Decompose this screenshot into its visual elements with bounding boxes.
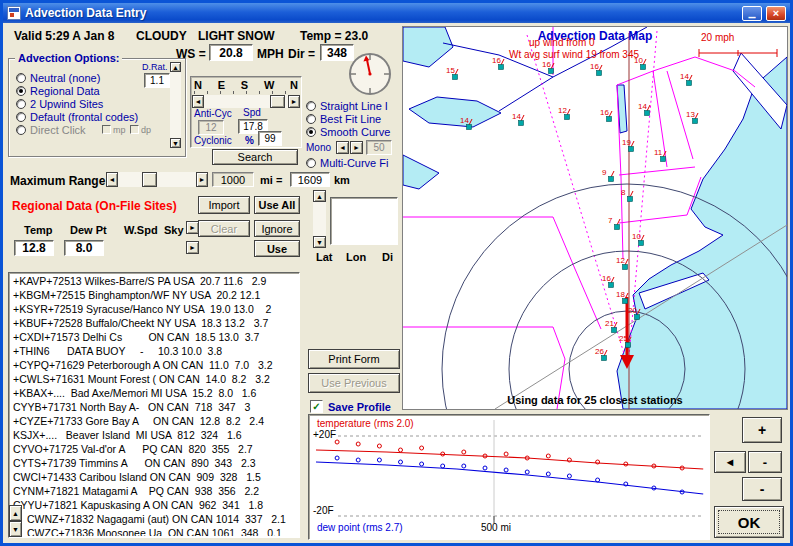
minus-mid-button[interactable]: - <box>748 451 782 473</box>
wind-tick-icon <box>604 350 607 356</box>
percent-input[interactable]: 99 <box>258 131 282 146</box>
temp-value-input[interactable]: 12.8 <box>14 240 54 256</box>
radio-best-fit-line[interactable]: Best Fit Line <box>306 112 390 125</box>
close-button[interactable]: × <box>766 6 786 21</box>
radio-icon[interactable] <box>306 114 316 124</box>
pan-left-button[interactable]: ◄ <box>714 451 746 473</box>
use-button[interactable]: Use <box>254 240 300 257</box>
wind-speed-input[interactable]: 20.8 <box>209 44 253 61</box>
zoom-out-button[interactable]: - <box>742 477 782 501</box>
radio-icon[interactable] <box>16 112 26 122</box>
scroll-track[interactable] <box>170 72 181 138</box>
scroll-right-icon[interactable]: ► <box>288 95 300 108</box>
scroll-thumb[interactable] <box>270 95 285 108</box>
middle-scrollbar[interactable]: ▲ ▼ <box>313 190 326 248</box>
radio-icon[interactable] <box>16 86 26 96</box>
station-row[interactable]: +CYZE+71733 Gore Bay A ON CAN 12.8 8.2 2… <box>10 414 298 428</box>
station-row[interactable]: CWZC+71836 Moosonee Ua ON CAN 1061 348 0… <box>10 526 298 536</box>
scroll-down-icon[interactable]: ▼ <box>9 521 22 537</box>
station-row[interactable]: +CXDI+71573 Delhi Cs ON CAN 18.5 13.0 3.… <box>10 330 298 344</box>
scroll-up-icon[interactable]: ▲ <box>170 62 181 72</box>
radio-2-upwind-sites[interactable]: 2 Upwind Sites <box>16 97 138 110</box>
mp-checkbox[interactable] <box>102 125 111 134</box>
radio-label: Best Fit Line <box>320 113 381 125</box>
use-arrow-icon[interactable]: ► <box>186 241 199 254</box>
d-rat-input[interactable]: 1.1 <box>144 73 170 88</box>
d-rat-scrollbar[interactable]: ▲ ▼ <box>170 62 181 148</box>
station-row[interactable]: CWNZ+71832 Nagagami (aut) ON CAN 1014 33… <box>10 512 298 526</box>
clear-button[interactable]: Clear <box>198 220 250 237</box>
mp-label: mp <box>113 125 126 135</box>
station-row[interactable]: +KBGM+72515 Binghampton/WF NY USA 20.2 1… <box>10 288 298 302</box>
radio-icon[interactable] <box>306 158 316 168</box>
station-row[interactable]: +KSYR+72519 Syracuse/Hanco NY USA 19.0 1… <box>10 302 298 316</box>
dp-checkbox[interactable] <box>130 125 139 134</box>
station-row[interactable]: +CYPQ+71629 Peterborough A ON CAN 11.0 7… <box>10 358 298 372</box>
scroll-right-icon[interactable]: ► <box>196 172 208 187</box>
station-row[interactable]: KSJX+.... Beaver Island MI USA 812 324 1… <box>10 428 298 442</box>
minimize-button[interactable]: ▁ <box>742 6 762 21</box>
station-temp-label: 16 <box>600 108 609 117</box>
station-row[interactable]: CYNM+71821 Matagami A PQ CAN 938 356 2.2 <box>10 484 298 498</box>
radio-regional-data[interactable]: Regional Data <box>16 84 138 97</box>
station-row[interactable]: +THIN6 DATA BUOY - 10.3 10.0 3.8 <box>10 344 298 358</box>
scroll-up-icon[interactable]: ▲ <box>9 505 22 521</box>
zoom-in-button[interactable]: + <box>742 417 782 443</box>
scroll-thumb[interactable] <box>142 172 157 187</box>
station-list[interactable]: +KAVP+72513 Wilkes-Barre/S PA USA 20.7 1… <box>10 274 298 536</box>
radio-default-frontal-codes[interactable]: Default (frontal codes) <box>16 110 138 123</box>
list-scrollbar[interactable]: ▲ ▼ <box>9 505 22 537</box>
chart-point-dew-point <box>377 458 381 462</box>
use-all-button[interactable]: Use All <box>254 196 300 214</box>
station-row[interactable]: CWCI+71433 Caribou Island ON CAN 909 328… <box>10 470 298 484</box>
radio-icon[interactable] <box>16 73 26 83</box>
station-row[interactable]: CYYU+71821 Kapuskasing A ON CAN 962 341 … <box>10 498 298 512</box>
advection-data-entry-window: { "window": { "title": "Advection Data E… <box>0 0 793 546</box>
wind-dial[interactable] <box>348 52 392 96</box>
mono-left-icon[interactable]: ◄ <box>336 141 349 154</box>
save-profile-checkbox[interactable]: ✓ <box>310 400 323 413</box>
scroll-left-icon[interactable]: ◄ <box>106 172 118 187</box>
station-row[interactable]: +KBAX+.... Bad Axe/Memori MI USA 15.2 8.… <box>10 386 298 400</box>
radio-neutral-none[interactable]: Neutral (none) <box>16 71 138 84</box>
radio-icon[interactable] <box>306 127 316 137</box>
station-row[interactable]: CYVO+71725 Val-d'or A PQ CAN 820 355 2.7 <box>10 442 298 456</box>
station-row[interactable]: +KBUF+72528 Buffalo/Cheekt NY USA 18.3 1… <box>10 316 298 330</box>
mono-right-icon[interactable]: ► <box>350 141 363 154</box>
station-marker <box>693 119 698 124</box>
titlebar[interactable]: Advection Data Entry ▁ × <box>3 3 790 23</box>
search-button[interactable]: Search <box>212 149 298 165</box>
scroll-up-icon[interactable]: ▲ <box>313 190 326 202</box>
scroll-down-icon[interactable]: ▼ <box>170 138 181 148</box>
print-form-button[interactable]: Print Form <box>308 349 400 369</box>
max-range-km-value[interactable]: 1609 <box>290 172 330 187</box>
map-footer: Using data for 25 closest stations <box>403 394 787 406</box>
max-range-scrollbar[interactable]: ◄ ► <box>106 172 208 187</box>
scroll-track[interactable] <box>118 172 196 187</box>
station-temp-label: 25 <box>619 334 628 343</box>
radio-icon[interactable] <box>16 125 26 135</box>
scroll-left-icon[interactable]: ◄ <box>192 95 204 108</box>
fit-type-radios: Straight Line IBest Fit LineSmooth Curve <box>306 99 390 138</box>
advection-map[interactable]: 1516161610141414121614131911987101216182… <box>402 26 788 410</box>
radio-straight-line-i[interactable]: Straight Line I <box>306 99 390 112</box>
scroll-track[interactable] <box>313 202 326 236</box>
compass-letter: W <box>264 79 274 91</box>
station-row[interactable]: CYTS+71739 Timmins A ON CAN 890 343 2.3 <box>10 456 298 470</box>
dew-value-input[interactable]: 8.0 <box>64 240 104 256</box>
ok-button[interactable]: OK <box>714 506 784 538</box>
radio-multi-curve-fi[interactable]: Multi-Curve Fi <box>306 156 388 169</box>
station-row[interactable]: CYYB+71731 North Bay A- ON CAN 718 347 3 <box>10 400 298 414</box>
radio-smooth-curve[interactable]: Smooth Curve <box>306 125 390 138</box>
station-row[interactable]: +KAVP+72513 Wilkes-Barre/S PA USA 20.7 1… <box>10 274 298 288</box>
percent-label: % <box>245 135 254 146</box>
station-row[interactable]: +CWLS+71631 Mount Forest ( ON CAN 14.0 8… <box>10 372 298 386</box>
ignore-button[interactable]: Ignore <box>254 220 300 237</box>
station-temp-label: 9 <box>602 168 607 177</box>
scroll-down-icon[interactable]: ▼ <box>313 236 326 248</box>
use-previous-button[interactable]: Use Previous <box>308 373 400 393</box>
import-button[interactable]: Import <box>198 196 250 214</box>
radio-icon[interactable] <box>306 101 316 111</box>
station-marker <box>519 121 524 126</box>
radio-icon[interactable] <box>16 99 26 109</box>
